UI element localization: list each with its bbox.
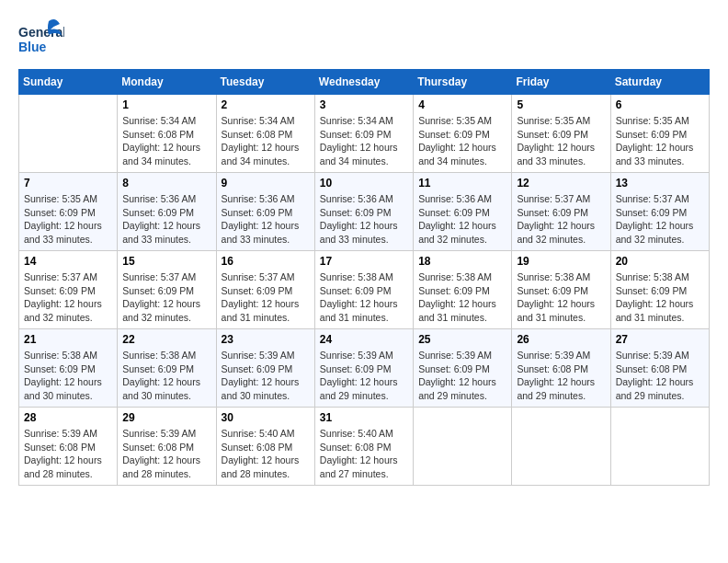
calendar-cell: 13Sunrise: 5:37 AMSunset: 6:09 PMDayligh… [610, 173, 709, 251]
logo: General Blue [18, 18, 64, 60]
calendar-cell: 7Sunrise: 5:35 AMSunset: 6:09 PMDaylight… [19, 173, 118, 251]
calendar-cell: 23Sunrise: 5:39 AMSunset: 6:09 PMDayligh… [216, 329, 314, 408]
day-number: 22 [122, 333, 210, 346]
day-number: 27 [616, 333, 704, 346]
calendar-cell: 31Sunrise: 5:40 AMSunset: 6:08 PMDayligh… [314, 408, 413, 486]
calendar-cell: 3Sunrise: 5:34 AMSunset: 6:09 PMDaylight… [314, 95, 413, 173]
calendar-cell: 10Sunrise: 5:36 AMSunset: 6:09 PMDayligh… [314, 173, 413, 251]
calendar-cell: 26Sunrise: 5:39 AMSunset: 6:08 PMDayligh… [512, 329, 610, 408]
day-info: Sunrise: 5:38 AMSunset: 6:09 PMDaylight:… [616, 270, 704, 325]
day-info: Sunrise: 5:36 AMSunset: 6:09 PMDaylight:… [418, 192, 506, 247]
day-number: 10 [320, 177, 408, 190]
day-number: 29 [122, 411, 210, 424]
day-number: 15 [122, 255, 210, 268]
calendar-cell [610, 408, 709, 486]
day-info: Sunrise: 5:34 AMSunset: 6:08 PMDaylight:… [122, 114, 210, 168]
day-number: 17 [320, 255, 408, 268]
calendar-cell: 16Sunrise: 5:37 AMSunset: 6:09 PMDayligh… [216, 251, 314, 329]
calendar-week-4: 21Sunrise: 5:38 AMSunset: 6:09 PMDayligh… [19, 329, 710, 408]
calendar-cell: 22Sunrise: 5:38 AMSunset: 6:09 PMDayligh… [118, 329, 216, 408]
day-number: 30 [222, 411, 310, 424]
day-number: 31 [320, 411, 408, 424]
day-number: 24 [320, 333, 408, 346]
calendar-cell [19, 95, 118, 173]
day-number: 25 [418, 333, 506, 346]
day-info: Sunrise: 5:36 AMSunset: 6:09 PMDaylight:… [122, 192, 210, 247]
column-header-saturday: Saturday [610, 70, 709, 95]
svg-text:Blue: Blue [18, 40, 47, 54]
day-info: Sunrise: 5:39 AMSunset: 6:09 PMDaylight:… [222, 349, 310, 403]
day-info: Sunrise: 5:37 AMSunset: 6:09 PMDaylight:… [24, 270, 112, 325]
calendar-header-row: SundayMondayTuesdayWednesdayThursdayFrid… [19, 70, 710, 95]
calendar-cell: 2Sunrise: 5:34 AMSunset: 6:08 PMDaylight… [216, 95, 314, 173]
day-number: 5 [517, 98, 605, 111]
calendar-cell: 11Sunrise: 5:36 AMSunset: 6:09 PMDayligh… [414, 173, 512, 251]
calendar-cell: 29Sunrise: 5:39 AMSunset: 6:08 PMDayligh… [118, 408, 216, 486]
day-info: Sunrise: 5:34 AMSunset: 6:08 PMDaylight:… [222, 114, 310, 168]
day-number: 9 [222, 177, 310, 190]
day-info: Sunrise: 5:39 AMSunset: 6:09 PMDaylight:… [418, 349, 506, 403]
day-number: 2 [222, 98, 310, 111]
day-number: 6 [616, 98, 704, 111]
calendar-week-2: 7Sunrise: 5:35 AMSunset: 6:09 PMDaylight… [19, 173, 710, 251]
calendar-cell: 21Sunrise: 5:38 AMSunset: 6:09 PMDayligh… [19, 329, 118, 408]
calendar-cell: 8Sunrise: 5:36 AMSunset: 6:09 PMDaylight… [118, 173, 216, 251]
calendar-cell: 25Sunrise: 5:39 AMSunset: 6:09 PMDayligh… [414, 329, 512, 408]
day-number: 20 [616, 255, 704, 268]
column-header-sunday: Sunday [19, 70, 118, 95]
day-number: 19 [517, 255, 605, 268]
calendar-body: 1Sunrise: 5:34 AMSunset: 6:08 PMDaylight… [19, 95, 710, 486]
day-info: Sunrise: 5:38 AMSunset: 6:09 PMDaylight:… [24, 349, 112, 403]
day-info: Sunrise: 5:34 AMSunset: 6:09 PMDaylight:… [320, 114, 408, 168]
day-number: 12 [517, 177, 605, 190]
day-number: 18 [418, 255, 506, 268]
day-info: Sunrise: 5:35 AMSunset: 6:09 PMDaylight:… [517, 114, 605, 168]
day-info: Sunrise: 5:37 AMSunset: 6:09 PMDaylight:… [122, 270, 210, 325]
day-info: Sunrise: 5:37 AMSunset: 6:09 PMDaylight:… [616, 192, 704, 247]
calendar-cell: 17Sunrise: 5:38 AMSunset: 6:09 PMDayligh… [314, 251, 413, 329]
header: General Blue [18, 18, 710, 60]
day-info: Sunrise: 5:35 AMSunset: 6:09 PMDaylight:… [616, 114, 704, 168]
general-blue-logo-icon: General Blue [18, 18, 64, 60]
day-number: 7 [24, 177, 112, 190]
calendar-cell: 12Sunrise: 5:37 AMSunset: 6:09 PMDayligh… [512, 173, 610, 251]
column-header-monday: Monday [118, 70, 216, 95]
day-number: 16 [222, 255, 310, 268]
day-info: Sunrise: 5:35 AMSunset: 6:09 PMDaylight:… [24, 192, 112, 247]
day-info: Sunrise: 5:39 AMSunset: 6:09 PMDaylight:… [320, 349, 408, 403]
day-number: 4 [418, 98, 506, 111]
calendar-cell: 24Sunrise: 5:39 AMSunset: 6:09 PMDayligh… [314, 329, 413, 408]
calendar-cell: 14Sunrise: 5:37 AMSunset: 6:09 PMDayligh… [19, 251, 118, 329]
column-header-wednesday: Wednesday [314, 70, 413, 95]
day-info: Sunrise: 5:40 AMSunset: 6:08 PMDaylight:… [320, 427, 408, 481]
column-header-tuesday: Tuesday [216, 70, 314, 95]
day-info: Sunrise: 5:39 AMSunset: 6:08 PMDaylight:… [616, 349, 704, 403]
day-info: Sunrise: 5:39 AMSunset: 6:08 PMDaylight:… [24, 427, 112, 481]
day-number: 11 [418, 177, 506, 190]
calendar-cell: 6Sunrise: 5:35 AMSunset: 6:09 PMDaylight… [610, 95, 709, 173]
day-number: 26 [517, 333, 605, 346]
day-number: 21 [24, 333, 112, 346]
calendar-cell: 15Sunrise: 5:37 AMSunset: 6:09 PMDayligh… [118, 251, 216, 329]
day-info: Sunrise: 5:39 AMSunset: 6:08 PMDaylight:… [122, 427, 210, 481]
day-info: Sunrise: 5:38 AMSunset: 6:09 PMDaylight:… [320, 270, 408, 325]
calendar-table: SundayMondayTuesdayWednesdayThursdayFrid… [18, 69, 710, 486]
day-info: Sunrise: 5:37 AMSunset: 6:09 PMDaylight:… [222, 270, 310, 325]
day-info: Sunrise: 5:40 AMSunset: 6:08 PMDaylight:… [222, 427, 310, 481]
calendar-cell: 4Sunrise: 5:35 AMSunset: 6:09 PMDaylight… [414, 95, 512, 173]
day-info: Sunrise: 5:38 AMSunset: 6:09 PMDaylight:… [517, 270, 605, 325]
day-number: 23 [222, 333, 310, 346]
calendar-cell [414, 408, 512, 486]
day-number: 14 [24, 255, 112, 268]
day-number: 3 [320, 98, 408, 111]
day-number: 28 [24, 411, 112, 424]
day-number: 1 [122, 98, 210, 111]
calendar-cell: 30Sunrise: 5:40 AMSunset: 6:08 PMDayligh… [216, 408, 314, 486]
day-info: Sunrise: 5:35 AMSunset: 6:09 PMDaylight:… [418, 114, 506, 168]
day-number: 8 [122, 177, 210, 190]
calendar-cell: 27Sunrise: 5:39 AMSunset: 6:08 PMDayligh… [610, 329, 709, 408]
calendar-week-5: 28Sunrise: 5:39 AMSunset: 6:08 PMDayligh… [19, 408, 710, 486]
day-info: Sunrise: 5:36 AMSunset: 6:09 PMDaylight:… [222, 192, 310, 247]
calendar-cell [512, 408, 610, 486]
column-header-friday: Friday [512, 70, 610, 95]
